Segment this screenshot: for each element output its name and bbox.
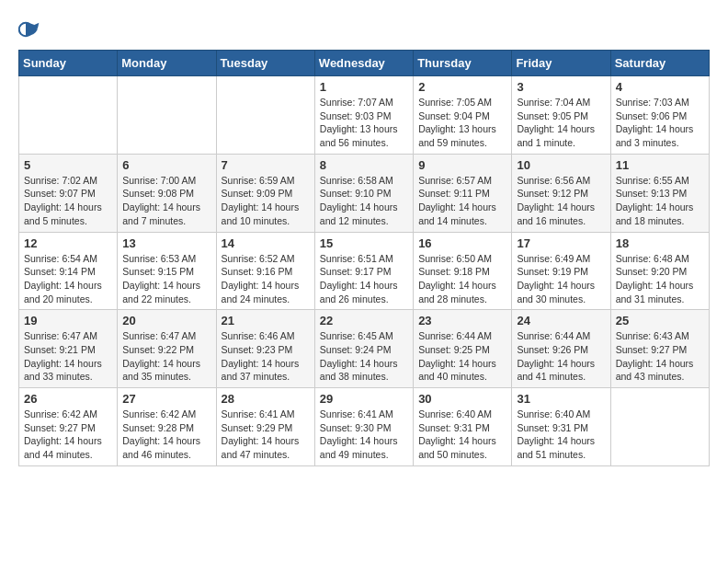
calendar-week-row: 1Sunrise: 7:07 AMSunset: 9:03 PMDaylight… [19, 76, 710, 155]
weekday-header-row: SundayMondayTuesdayWednesdayThursdayFrid… [19, 51, 710, 76]
calendar-cell: 5Sunrise: 7:02 AMSunset: 9:07 PMDaylight… [19, 154, 118, 232]
day-number: 3 [517, 80, 605, 94]
day-number: 7 [222, 158, 310, 172]
day-number: 19 [24, 314, 112, 327]
header [18, 18, 710, 40]
calendar-table: SundayMondayTuesdayWednesdayThursdayFrid… [18, 50, 710, 466]
calendar-cell: 28Sunrise: 6:41 AMSunset: 9:29 PMDayligh… [216, 388, 314, 466]
day-number: 14 [222, 236, 310, 250]
day-number: 8 [320, 158, 408, 172]
weekday-header: Tuesday [216, 51, 314, 76]
calendar-week-row: 5Sunrise: 7:02 AMSunset: 9:07 PMDaylight… [19, 154, 710, 232]
day-info: Sunrise: 6:42 AMSunset: 9:27 PMDaylight:… [24, 408, 112, 462]
calendar-cell: 23Sunrise: 6:44 AMSunset: 9:25 PMDayligh… [414, 310, 512, 388]
day-info: Sunrise: 6:47 AMSunset: 9:21 PMDaylight:… [24, 329, 112, 384]
day-info: Sunrise: 6:40 AMSunset: 9:31 PMDaylight:… [517, 408, 605, 462]
day-number: 15 [320, 236, 408, 250]
day-info: Sunrise: 7:03 AMSunset: 9:06 PMDaylight:… [616, 96, 704, 150]
calendar-cell: 12Sunrise: 6:54 AMSunset: 9:14 PMDayligh… [19, 232, 118, 310]
calendar-cell: 11Sunrise: 6:55 AMSunset: 9:13 PMDayligh… [610, 154, 709, 232]
day-number: 26 [24, 392, 112, 406]
day-number: 25 [616, 314, 704, 327]
calendar-cell: 14Sunrise: 6:52 AMSunset: 9:16 PMDayligh… [216, 232, 314, 310]
day-info: Sunrise: 6:51 AMSunset: 9:17 PMDaylight:… [320, 252, 408, 306]
calendar-cell: 18Sunrise: 6:48 AMSunset: 9:20 PMDayligh… [610, 232, 709, 310]
day-number: 20 [122, 314, 210, 327]
day-number: 16 [418, 236, 506, 250]
day-info: Sunrise: 7:07 AMSunset: 9:03 PMDaylight:… [320, 96, 408, 150]
calendar-cell [118, 76, 216, 155]
day-info: Sunrise: 6:49 AMSunset: 9:19 PMDaylight:… [517, 252, 605, 306]
weekday-header: Monday [118, 51, 216, 76]
day-info: Sunrise: 6:52 AMSunset: 9:16 PMDaylight:… [222, 252, 310, 306]
calendar-week-row: 26Sunrise: 6:42 AMSunset: 9:27 PMDayligh… [19, 388, 710, 466]
weekday-header: Friday [512, 51, 610, 76]
logo-icon [18, 18, 40, 40]
calendar-cell: 19Sunrise: 6:47 AMSunset: 9:21 PMDayligh… [19, 310, 118, 388]
calendar-cell: 30Sunrise: 6:40 AMSunset: 9:31 PMDayligh… [414, 388, 512, 466]
calendar-cell [216, 76, 314, 155]
calendar-cell: 3Sunrise: 7:04 AMSunset: 9:05 PMDaylight… [512, 76, 610, 155]
calendar-cell: 7Sunrise: 6:59 AMSunset: 9:09 PMDaylight… [216, 154, 314, 232]
calendar-cell: 21Sunrise: 6:46 AMSunset: 9:23 PMDayligh… [216, 310, 314, 388]
day-info: Sunrise: 7:02 AMSunset: 9:07 PMDaylight:… [24, 174, 112, 228]
day-number: 6 [122, 158, 210, 172]
day-info: Sunrise: 7:05 AMSunset: 9:04 PMDaylight:… [418, 96, 506, 150]
day-number: 27 [122, 392, 210, 406]
calendar-week-row: 12Sunrise: 6:54 AMSunset: 9:14 PMDayligh… [19, 232, 710, 310]
day-number: 24 [517, 314, 605, 327]
day-number: 12 [24, 236, 112, 250]
calendar-cell: 10Sunrise: 6:56 AMSunset: 9:12 PMDayligh… [512, 154, 610, 232]
day-number: 2 [418, 80, 506, 94]
day-info: Sunrise: 6:59 AMSunset: 9:09 PMDaylight:… [222, 174, 310, 228]
day-number: 22 [320, 314, 408, 327]
day-number: 30 [418, 392, 506, 406]
day-info: Sunrise: 6:56 AMSunset: 9:12 PMDaylight:… [517, 174, 605, 228]
calendar-cell: 31Sunrise: 6:40 AMSunset: 9:31 PMDayligh… [512, 388, 610, 466]
weekday-header: Saturday [610, 51, 709, 76]
calendar-cell: 16Sunrise: 6:50 AMSunset: 9:18 PMDayligh… [414, 232, 512, 310]
day-info: Sunrise: 7:00 AMSunset: 9:08 PMDaylight:… [122, 174, 210, 228]
calendar-week-row: 19Sunrise: 6:47 AMSunset: 9:21 PMDayligh… [19, 310, 710, 388]
calendar-cell: 2Sunrise: 7:05 AMSunset: 9:04 PMDaylight… [414, 76, 512, 155]
day-info: Sunrise: 6:50 AMSunset: 9:18 PMDaylight:… [418, 252, 506, 306]
day-info: Sunrise: 6:40 AMSunset: 9:31 PMDaylight:… [418, 408, 506, 462]
day-info: Sunrise: 6:46 AMSunset: 9:23 PMDaylight:… [222, 329, 310, 384]
calendar-cell: 22Sunrise: 6:45 AMSunset: 9:24 PMDayligh… [314, 310, 413, 388]
calendar-cell: 26Sunrise: 6:42 AMSunset: 9:27 PMDayligh… [19, 388, 118, 466]
day-number: 11 [616, 158, 704, 172]
day-number: 29 [320, 392, 408, 406]
day-number: 9 [418, 158, 506, 172]
day-number: 18 [616, 236, 704, 250]
calendar-cell: 27Sunrise: 6:42 AMSunset: 9:28 PMDayligh… [118, 388, 216, 466]
day-info: Sunrise: 6:44 AMSunset: 9:26 PMDaylight:… [517, 329, 605, 384]
day-number: 28 [222, 392, 310, 406]
day-info: Sunrise: 6:43 AMSunset: 9:27 PMDaylight:… [616, 329, 704, 384]
calendar-cell [610, 388, 709, 466]
day-number: 5 [24, 158, 112, 172]
day-info: Sunrise: 6:55 AMSunset: 9:13 PMDaylight:… [616, 174, 704, 228]
day-number: 1 [320, 80, 408, 94]
calendar-cell: 20Sunrise: 6:47 AMSunset: 9:22 PMDayligh… [118, 310, 216, 388]
day-number: 13 [122, 236, 210, 250]
calendar-cell: 1Sunrise: 7:07 AMSunset: 9:03 PMDaylight… [314, 76, 413, 155]
day-info: Sunrise: 6:57 AMSunset: 9:11 PMDaylight:… [418, 174, 506, 228]
day-info: Sunrise: 6:41 AMSunset: 9:29 PMDaylight:… [222, 408, 310, 462]
day-number: 4 [616, 80, 704, 94]
day-number: 31 [517, 392, 605, 406]
day-info: Sunrise: 6:42 AMSunset: 9:28 PMDaylight:… [122, 408, 210, 462]
calendar-cell: 17Sunrise: 6:49 AMSunset: 9:19 PMDayligh… [512, 232, 610, 310]
calendar-cell [19, 76, 118, 155]
calendar-cell: 8Sunrise: 6:58 AMSunset: 9:10 PMDaylight… [314, 154, 413, 232]
day-info: Sunrise: 6:47 AMSunset: 9:22 PMDaylight:… [122, 329, 210, 384]
calendar-cell: 6Sunrise: 7:00 AMSunset: 9:08 PMDaylight… [118, 154, 216, 232]
logo [18, 18, 44, 40]
day-info: Sunrise: 6:58 AMSunset: 9:10 PMDaylight:… [320, 174, 408, 228]
day-number: 10 [517, 158, 605, 172]
day-info: Sunrise: 6:53 AMSunset: 9:15 PMDaylight:… [122, 252, 210, 306]
day-number: 21 [222, 314, 310, 327]
weekday-header: Sunday [19, 51, 118, 76]
weekday-header: Thursday [414, 51, 512, 76]
day-number: 23 [418, 314, 506, 327]
day-info: Sunrise: 6:41 AMSunset: 9:30 PMDaylight:… [320, 408, 408, 462]
